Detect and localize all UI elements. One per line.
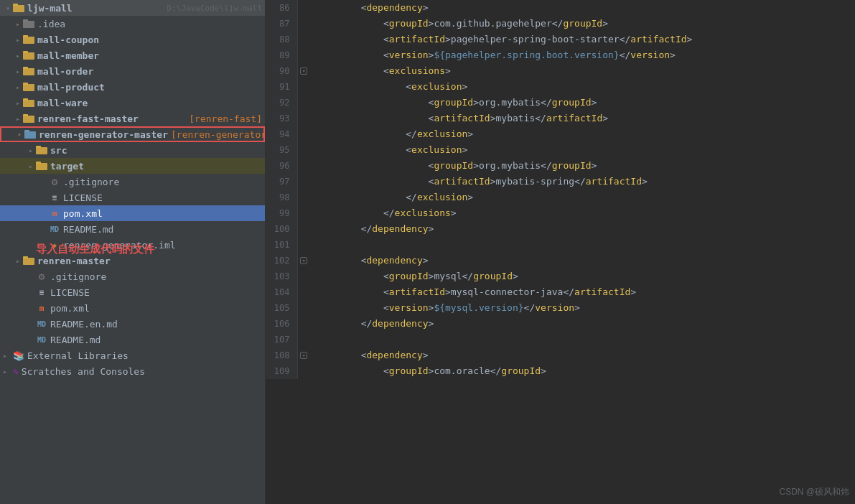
code-line: 103 <groupId>mysql</groupId> — [266, 269, 855, 284]
svg-rect-14 — [23, 116, 34, 123]
svg-rect-17 — [24, 130, 29, 132]
fold-col — [297, 221, 310, 237]
sidebar-item-iml[interactable]: ▸ ◆ renren-generator.iml — [0, 237, 265, 253]
fold-col[interactable]: ▾ — [297, 347, 310, 363]
sidebar-item-mall-product[interactable]: ▸ mall-product — [0, 79, 265, 95]
line-number: 88 — [266, 32, 297, 47]
svg-rect-7 — [23, 51, 28, 53]
mall-member-folder-icon — [23, 50, 34, 60]
fold-col — [297, 269, 310, 284]
sidebar-item-gitignore1[interactable]: ▸ ⚙ .gitignore — [0, 174, 265, 190]
code-content: <artifactId>mysql-connector-java</artifa… — [310, 284, 855, 300]
sidebar-item-mall-member[interactable]: ▸ mall-member — [0, 47, 265, 63]
sidebar-item-renren-fast[interactable]: ▸ renren-fast-master [renren-fast] — [0, 111, 265, 126]
idea-folder-icon — [23, 19, 34, 29]
code-content: </dependency> — [310, 316, 855, 332]
mall-coupon-folder-icon — [23, 34, 34, 45]
code-line: 87 <groupId>com.github.pagehelper</group… — [266, 16, 855, 32]
fold-col — [297, 47, 310, 63]
svg-rect-4 — [23, 37, 34, 44]
code-content: <version>${mysql.version}</version> — [310, 300, 855, 316]
mall-ware-folder-icon — [23, 98, 34, 108]
target-folder-icon — [36, 161, 47, 171]
code-line: 94 </exclusion> — [266, 126, 855, 142]
sidebar-item-readme2[interactable]: ▸ MD README.md — [0, 332, 265, 347]
sidebar-item-license1[interactable]: ▸ ≡ LICENSE — [0, 190, 265, 205]
line-number: 94 — [266, 126, 297, 142]
line-number: 108 — [266, 347, 297, 363]
sidebar-item-mall-order[interactable]: ▸ mall-order — [0, 63, 265, 79]
fold-col — [297, 300, 310, 316]
pom2-icon: m — [36, 304, 47, 313]
svg-rect-6 — [23, 52, 34, 60]
sidebar-item-gitignore2[interactable]: ▸ ⚙ .gitignore — [0, 269, 265, 284]
code-line: 98 </exclusion> — [266, 190, 855, 205]
sidebar-item-target[interactable]: ▸ target — [0, 158, 265, 174]
readme-en-label: README.en.md — [50, 319, 262, 330]
fold-col[interactable]: ▾ — [297, 63, 310, 79]
svg-rect-10 — [23, 84, 34, 91]
svg-rect-13 — [23, 98, 28, 101]
sidebar-item-pom2[interactable]: ▸ m pom.xml — [0, 300, 265, 316]
code-editor[interactable]: 86 <dependency>87 <groupId>com.github.pa… — [266, 0, 855, 504]
code-content: </dependency> — [310, 221, 855, 237]
file-tree[interactable]: ▾ ljw-mall D:\JavaCode\ljw-mall ▸ .idea … — [0, 0, 266, 504]
line-number: 95 — [266, 142, 297, 158]
iml-icon: ◆ — [49, 241, 60, 249]
license1-label: LICENSE — [63, 192, 262, 203]
mall-ware-arrow: ▸ — [13, 99, 23, 107]
code-line: 107 — [266, 332, 855, 347]
svg-rect-8 — [23, 68, 34, 75]
code-content: <exclusion> — [310, 79, 855, 95]
mall-product-arrow: ▸ — [13, 83, 23, 91]
fold-col — [297, 363, 310, 379]
line-number: 109 — [266, 363, 297, 379]
renren-master-folder-icon — [23, 256, 34, 266]
svg-rect-12 — [23, 100, 34, 107]
fold-col — [297, 190, 310, 205]
line-number: 86 — [266, 0, 297, 16]
tree-root[interactable]: ▾ ljw-mall D:\JavaCode\ljw-mall — [0, 0, 265, 16]
line-number: 97 — [266, 174, 297, 190]
svg-rect-18 — [36, 147, 47, 154]
mall-member-label: mall-member — [37, 50, 262, 61]
svg-rect-19 — [36, 146, 41, 148]
root-folder-icon — [13, 3, 24, 13]
mall-product-folder-icon — [23, 82, 34, 92]
sidebar-item-renren-master[interactable]: ▸ renren-master — [0, 253, 265, 269]
renren-fast-arrow: ▸ — [13, 115, 23, 123]
sidebar-item-renren-generator[interactable]: ▾ renren-generator-master [renren-genera… — [0, 126, 265, 142]
sidebar-item-external-libraries[interactable]: ▸ 📚 External Libraries — [0, 347, 265, 363]
sidebar-item-license2[interactable]: ▸ ≡ LICENSE — [0, 284, 265, 300]
fold-col — [297, 316, 310, 332]
gitignore1-label: .gitignore — [63, 177, 262, 187]
code-content: <groupId>org.mybatis</groupId> — [310, 95, 855, 111]
fold-col[interactable]: ▾ — [297, 253, 310, 269]
sidebar-item-idea[interactable]: ▸ .idea — [0, 16, 265, 32]
mall-order-folder-icon — [23, 66, 34, 76]
fold-col — [297, 205, 310, 221]
sidebar-item-scratches[interactable]: ▸ ✎ Scratches and Consoles — [0, 363, 265, 379]
code-content: <version>${pagehelper.spring.boot.versio… — [310, 47, 855, 63]
sidebar-item-src[interactable]: ▸ src — [0, 142, 265, 158]
readme-en-icon: MD — [36, 320, 47, 328]
sidebar-item-mall-coupon[interactable]: ▸ mall-coupon — [0, 32, 265, 47]
root-label: ljw-mall — [27, 3, 163, 14]
sidebar-item-pom-selected[interactable]: ▸ m pom.xml — [0, 205, 265, 221]
sidebar-item-mall-ware[interactable]: ▸ mall-ware — [0, 95, 265, 111]
svg-rect-3 — [23, 19, 28, 22]
fold-col — [297, 174, 310, 190]
line-number: 102 — [266, 253, 297, 269]
svg-rect-20 — [36, 163, 47, 170]
renren-gen-badge: [renren-generator] — [171, 129, 266, 140]
code-content — [310, 237, 855, 253]
sidebar-item-readme1[interactable]: ▸ MD README.md — [0, 221, 265, 237]
mall-order-arrow: ▸ — [13, 67, 23, 75]
target-arrow: ▸ — [26, 162, 36, 170]
license2-label: LICENSE — [50, 287, 262, 298]
code-line: 91 <exclusion> — [266, 79, 855, 95]
ext-lib-arrow: ▸ — [3, 352, 13, 360]
renren-fast-folder-icon — [23, 113, 34, 123]
renren-master-label: renren-master — [37, 256, 262, 266]
sidebar-item-readme-en[interactable]: ▸ MD README.en.md — [0, 316, 265, 332]
